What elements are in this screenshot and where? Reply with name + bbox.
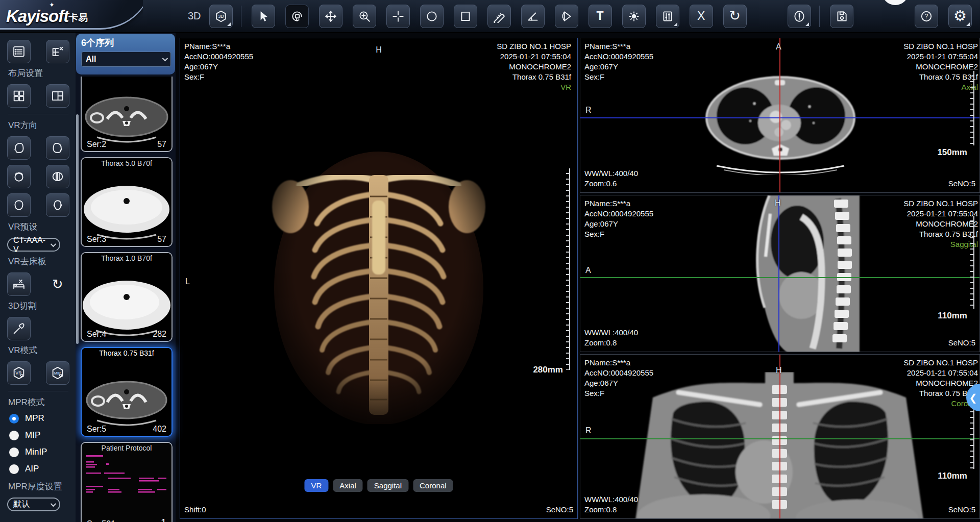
scalpel-button[interactable] (7, 317, 31, 340)
orientation-letter-top: H (376, 45, 382, 55)
crosshair-tool-button[interactable] (386, 5, 410, 28)
series-title: Patient Protocol (82, 444, 172, 452)
grid-layout-button[interactable] (7, 84, 31, 108)
series-thumbnail-selected[interactable]: Thorax 0.75 B31f Ser:5 402 (81, 347, 173, 437)
vr-view-button[interactable]: VR (304, 479, 328, 492)
window-level-sliders-icon (661, 10, 674, 23)
vr-skeleton-rendering (269, 140, 488, 424)
crosshair-icon (391, 10, 405, 23)
window-level-button[interactable] (656, 5, 679, 28)
scale-ruler (970, 407, 974, 469)
cobb-angle-tool-button[interactable] (555, 5, 578, 28)
scale-label: 150mm (937, 147, 967, 158)
pointer-tool-button[interactable] (252, 5, 275, 28)
vr-mode-button[interactable]: VR (7, 361, 31, 385)
scale-label: 280mm (533, 365, 563, 375)
radio-selected-icon[interactable] (9, 414, 19, 424)
reset-arrow-icon: ↻ (52, 278, 63, 291)
crosshair-vertical-red[interactable] (779, 38, 780, 192)
brightness-button[interactable] (622, 5, 646, 28)
photometric: MONOCHROME2 (903, 62, 978, 72)
vr-head-superior-button[interactable] (7, 165, 31, 188)
coronal-view-button[interactable]: Coronal (413, 479, 453, 492)
brightness-sun-icon (627, 10, 641, 23)
saggital-view-button[interactable]: Saggital (368, 479, 408, 492)
reset-button[interactable]: ↻ (723, 5, 747, 28)
mpr-thickness-select[interactable]: 默认 (7, 498, 60, 511)
angle-tool-button[interactable] (521, 5, 545, 28)
series-number: Ser:2 (87, 140, 106, 149)
mpr-radio-option[interactable]: MPR (9, 413, 76, 424)
radio-icon[interactable] (9, 448, 19, 457)
ct-axial-preview (82, 348, 172, 436)
image-count: 282 (153, 330, 166, 339)
view-type-label: VR (497, 82, 571, 92)
crosshair-vertical-blue[interactable] (778, 195, 779, 352)
split-layout-button[interactable] (46, 84, 69, 108)
series-thumbnail[interactable]: Thorax 5.0 B70f Ser:3 57 (81, 157, 173, 247)
vr-preset-select[interactable]: CT-AAA-V (7, 238, 60, 252)
series-thumbnail[interactable]: Patient Protocol Ser:501 1 (81, 442, 173, 522)
photometric: MONOCHROME2 (903, 219, 978, 229)
axial-viewport[interactable]: PName:S***a AccNO:0004920555 Age:067Y Se… (580, 38, 980, 193)
help-button[interactable]: ? (915, 5, 938, 28)
orientation-letter-left: R (585, 106, 592, 115)
radio-icon[interactable] (9, 464, 19, 474)
series-thumbnail[interactable]: Ser:2 57 (81, 77, 173, 152)
hospital-name: SD ZIBO NO.1 HOSP (903, 358, 978, 368)
save-button[interactable] (830, 5, 853, 28)
ellipse-roi-button[interactable] (420, 5, 444, 28)
layout-settings-label: 布局设置 (8, 67, 76, 79)
text-annotation-button[interactable]: T (589, 5, 612, 28)
vr-preset-label: VR预设 (8, 221, 76, 233)
settings-button[interactable]: ⚙ (948, 5, 972, 28)
head-right-icon (51, 141, 65, 155)
shift-indicator: Shift:0 (184, 505, 206, 515)
hospital-name: SD ZIBO NO.1 HOSP (903, 41, 978, 52)
vr-body-anterior-button[interactable] (46, 165, 69, 188)
vr-head-front-button[interactable] (46, 193, 69, 217)
coronal-viewport[interactable]: PName:S***a AccNO:0004920555 Age:067Y Se… (580, 354, 980, 519)
patient-sex: Sex:F (184, 72, 253, 82)
info-button[interactable] (788, 5, 811, 28)
radio-icon[interactable] (9, 431, 19, 440)
delete-annotation-button[interactable]: X (690, 5, 713, 28)
layout-list-button[interactable] (7, 40, 31, 63)
radio-label: MinIP (25, 447, 47, 457)
ruler-tool-button[interactable] (487, 5, 511, 28)
text-tool-icon: T (597, 10, 604, 22)
vr-bed-label: VR去床板 (8, 256, 76, 267)
mip-radio-option[interactable]: MIP (9, 430, 76, 440)
orientation-letter-top: H (776, 366, 782, 375)
rotate-3d-tool-button[interactable] (285, 5, 309, 28)
vr-head-left-button[interactable] (7, 136, 31, 160)
crosshair-vertical-red[interactable] (779, 355, 780, 518)
crosshair-horizontal-green[interactable] (580, 277, 979, 278)
vr-head-posterior-button[interactable] (7, 193, 31, 217)
mip-mode-button[interactable]: MIP (46, 361, 69, 385)
image-count: 57 (157, 140, 166, 149)
series-thumbnail[interactable]: Thorax 1.0 B70f Ser:4 282 (81, 252, 173, 342)
rectangle-roi-button[interactable] (454, 5, 477, 28)
series-filter-select[interactable]: All (81, 52, 171, 67)
remove-bed-button[interactable] (7, 272, 31, 296)
axial-view-button[interactable]: Axial (333, 479, 363, 492)
series-scrollbar[interactable] (76, 114, 79, 344)
vr-head-right-button[interactable] (46, 136, 69, 160)
sagittal-viewport[interactable]: PName:S***a AccNO:0004920555 Age:067Y Se… (580, 195, 980, 352)
patient-accno: AccNO:0004920555 (584, 209, 653, 219)
pan-tool-button[interactable] (319, 5, 342, 28)
dropdown-corner (227, 22, 231, 26)
study-info-overlay: SD ZIBO NO.1 HOSP 2025-01-21 07:55:04 MO… (497, 41, 571, 92)
study-info-overlay: SD ZIBO NO.1 HOSP 2025-01-21 07:55:04 MO… (903, 41, 978, 92)
minip-radio-option[interactable]: MinIP (9, 447, 76, 457)
layout-close-button[interactable] (46, 40, 69, 63)
vr-3d-viewport[interactable]: PName:S***a AccNO:0004920555 Age:067Y Se… (180, 38, 578, 519)
aip-radio-option[interactable]: AIP (9, 464, 76, 474)
patient-sex: Sex:F (584, 229, 653, 239)
patient-accno: AccNO:0004920555 (184, 52, 253, 62)
3d-view-button[interactable]: 3D (209, 5, 233, 28)
bed-reset-button[interactable]: ↻ (46, 272, 69, 296)
hospital-name: SD ZIBO NO.1 HOSP (903, 198, 978, 209)
zoom-tool-button[interactable] (353, 5, 376, 28)
